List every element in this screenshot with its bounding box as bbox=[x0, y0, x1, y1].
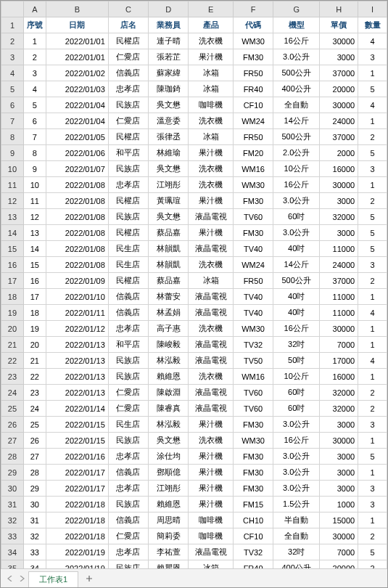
cell[interactable]: 5 bbox=[358, 449, 387, 465]
cell[interactable]: 1 bbox=[358, 433, 387, 449]
cell[interactable]: FM30 bbox=[234, 225, 273, 241]
cell[interactable]: WM30 bbox=[234, 177, 273, 193]
cell[interactable]: 11000 bbox=[320, 305, 358, 321]
col-header-D[interactable]: D bbox=[149, 1, 189, 17]
cell[interactable]: 2022/01/13 bbox=[46, 369, 108, 385]
cell[interactable]: 1000 bbox=[320, 497, 358, 513]
cell[interactable]: 2 bbox=[358, 193, 387, 209]
col-header-F[interactable]: F bbox=[234, 1, 273, 17]
cell[interactable]: 冰箱 bbox=[189, 65, 234, 81]
cell[interactable]: 忠孝店 bbox=[108, 544, 148, 560]
row-header[interactable]: 4 bbox=[1, 65, 24, 81]
cell[interactable]: 30000 bbox=[320, 33, 358, 49]
row-header[interactable]: 16 bbox=[1, 257, 24, 273]
cell[interactable]: TV32 bbox=[234, 337, 273, 353]
tab-nav-prev-icon[interactable] bbox=[5, 573, 15, 584]
cell[interactable]: 冰箱 bbox=[189, 81, 234, 97]
col-header-A[interactable]: A bbox=[23, 1, 46, 17]
row-header[interactable]: 6 bbox=[1, 97, 24, 113]
col-header-C[interactable]: C bbox=[108, 1, 148, 17]
cell[interactable]: 2022/01/14 bbox=[46, 401, 108, 417]
cell[interactable]: 陳睿真 bbox=[149, 401, 189, 417]
row-header[interactable]: 21 bbox=[1, 337, 24, 353]
cell[interactable]: 1 bbox=[358, 337, 387, 353]
cell[interactable]: 16000 bbox=[320, 161, 358, 177]
row-header[interactable]: 33 bbox=[1, 528, 24, 544]
cell[interactable]: 產品 bbox=[189, 17, 234, 33]
cell[interactable]: 陳峻毅 bbox=[149, 337, 189, 353]
cell[interactable]: 鄧順億 bbox=[149, 465, 189, 481]
cell[interactable]: 4 bbox=[358, 33, 387, 49]
row-header[interactable]: 31 bbox=[1, 497, 24, 513]
cell[interactable]: FM30 bbox=[234, 49, 273, 65]
cell[interactable]: 16公斤 bbox=[273, 321, 320, 337]
cell[interactable]: 11000 bbox=[320, 241, 358, 257]
row-header[interactable]: 20 bbox=[1, 321, 24, 337]
cell[interactable]: 2022/01/02 bbox=[46, 65, 108, 81]
cell[interactable]: 果汁機 bbox=[189, 417, 234, 433]
cell[interactable]: WM30 bbox=[234, 33, 273, 49]
cell[interactable]: 3000 bbox=[320, 481, 358, 497]
row-header[interactable]: 13 bbox=[1, 209, 24, 225]
cell[interactable]: CF10 bbox=[234, 97, 273, 113]
cell[interactable]: 40吋 bbox=[273, 241, 320, 257]
cell[interactable]: 3.0公升 bbox=[273, 481, 320, 497]
row-header[interactable]: 12 bbox=[1, 193, 24, 209]
cell[interactable]: 20000 bbox=[320, 560, 358, 569]
cell[interactable]: 民權店 bbox=[108, 273, 148, 289]
cell[interactable]: 全自動 bbox=[273, 97, 320, 113]
cell[interactable]: 民族店 bbox=[108, 369, 148, 385]
cell[interactable]: 洗衣機 bbox=[189, 369, 234, 385]
cell[interactable]: FM30 bbox=[234, 417, 273, 433]
cell[interactable]: 2022/01/01 bbox=[46, 33, 108, 49]
row-header[interactable]: 2 bbox=[1, 33, 24, 49]
cell[interactable]: 3.0公升 bbox=[273, 465, 320, 481]
cell[interactable]: 洗衣機 bbox=[189, 113, 234, 129]
cell[interactable]: 5 bbox=[358, 241, 387, 257]
cell[interactable]: 1 bbox=[358, 65, 387, 81]
cell[interactable]: 7000 bbox=[320, 337, 358, 353]
cell[interactable]: 20000 bbox=[320, 81, 358, 97]
cell[interactable]: 6 bbox=[23, 113, 46, 129]
cell[interactable]: 16公斤 bbox=[273, 177, 320, 193]
cell[interactable]: 果汁機 bbox=[189, 145, 234, 161]
cell[interactable]: 液晶電視 bbox=[189, 337, 234, 353]
cell[interactable]: 2022/01/19 bbox=[46, 544, 108, 560]
cell[interactable]: 民權店 bbox=[108, 193, 148, 209]
cell[interactable]: FR50 bbox=[234, 65, 273, 81]
cell[interactable]: 37000 bbox=[320, 65, 358, 81]
cell[interactable]: 33 bbox=[23, 544, 46, 560]
cell[interactable]: 9 bbox=[23, 161, 46, 177]
col-header-B[interactable]: B bbox=[46, 1, 108, 17]
cell[interactable]: 17 bbox=[23, 289, 46, 305]
cell[interactable]: 林泓毅 bbox=[149, 417, 189, 433]
cell[interactable]: 34 bbox=[23, 560, 46, 569]
cell[interactable]: 14公斤 bbox=[273, 113, 320, 129]
cell[interactable]: 3.0公升 bbox=[273, 225, 320, 241]
cell[interactable]: 忠孝店 bbox=[108, 81, 148, 97]
cell[interactable]: 60吋 bbox=[273, 385, 320, 401]
cell[interactable]: 28 bbox=[23, 465, 46, 481]
cell[interactable]: 忠孝店 bbox=[108, 449, 148, 465]
cell[interactable]: FR50 bbox=[234, 273, 273, 289]
cell[interactable]: 2022/01/09 bbox=[46, 273, 108, 289]
cell[interactable]: 2022/01/04 bbox=[46, 113, 108, 129]
cell[interactable]: 30000 bbox=[320, 177, 358, 193]
cell[interactable]: 1 bbox=[358, 465, 387, 481]
cell[interactable]: 7000 bbox=[320, 544, 358, 560]
cell[interactable]: 11000 bbox=[320, 289, 358, 305]
cell[interactable]: 1 bbox=[358, 369, 387, 385]
cell[interactable]: 仁愛店 bbox=[108, 113, 148, 129]
row-header[interactable]: 19 bbox=[1, 305, 24, 321]
row-header[interactable]: 3 bbox=[1, 49, 24, 65]
cell[interactable]: 3.0公升 bbox=[273, 49, 320, 65]
row-header[interactable]: 14 bbox=[1, 225, 24, 241]
cell[interactable]: 張律丞 bbox=[149, 129, 189, 145]
cell[interactable]: 16公斤 bbox=[273, 33, 320, 49]
cell[interactable]: 37000 bbox=[320, 129, 358, 145]
cell[interactable]: 31 bbox=[23, 513, 46, 528]
row-header[interactable]: 7 bbox=[1, 113, 24, 129]
cell[interactable]: 和平店 bbox=[108, 337, 148, 353]
cell[interactable]: 序號 bbox=[23, 17, 46, 33]
cell[interactable]: 果汁機 bbox=[189, 481, 234, 497]
